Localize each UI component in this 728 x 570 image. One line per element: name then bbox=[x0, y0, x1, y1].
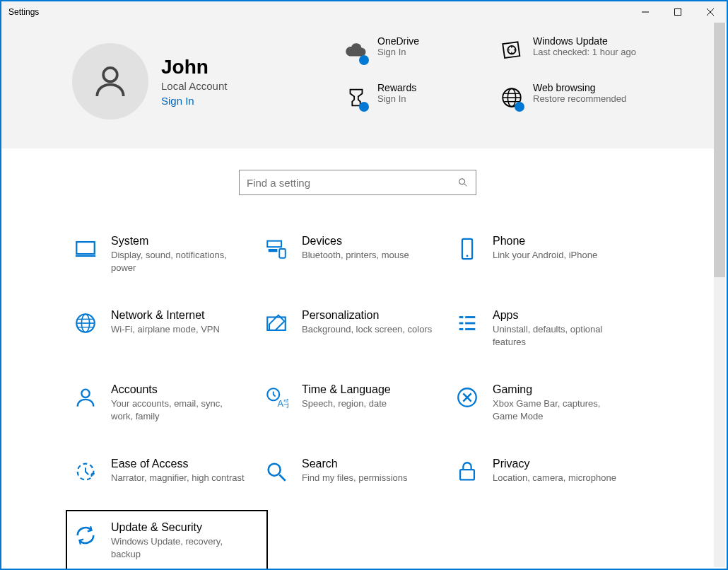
category-subtitle: Uninstall, defaults, optional features bbox=[493, 323, 627, 348]
category-title: System bbox=[111, 235, 245, 248]
accounts-icon bbox=[71, 383, 100, 412]
category-title: Update & Security bbox=[111, 521, 245, 534]
titlebar: Settings bbox=[1, 1, 727, 23]
svg-rect-14 bbox=[267, 241, 281, 248]
search-icon bbox=[457, 177, 469, 188]
svg-rect-38 bbox=[460, 470, 474, 479]
category-title: Apps bbox=[493, 309, 627, 322]
search-icon bbox=[262, 458, 290, 486]
svg-point-10 bbox=[459, 179, 465, 185]
category-title: Devices bbox=[302, 235, 409, 248]
category-privacy[interactable]: Privacy Location, camera, microphone bbox=[453, 458, 644, 486]
globe-icon bbox=[496, 82, 527, 113]
time-icon: A字 bbox=[262, 383, 290, 412]
rewards-icon bbox=[341, 82, 372, 113]
category-subtitle: Background, lock screen, colors bbox=[302, 323, 432, 336]
category-title: Privacy bbox=[493, 458, 616, 470]
category-gaming[interactable]: Gaming Xbox Game Bar, captures, Game Mod… bbox=[453, 383, 644, 422]
category-time[interactable]: A字 Time & Language Speech, region, date bbox=[262, 383, 453, 422]
category-devices[interactable]: Devices Bluetooth, printers, mouse bbox=[262, 235, 453, 274]
sign-in-link[interactable]: Sign In bbox=[161, 95, 227, 107]
status-web-browsing[interactable]: Web browsingRestore recommended bbox=[496, 82, 652, 127]
category-subtitle: Xbox Game Bar, captures, Game Mode bbox=[493, 397, 627, 422]
updatesec-icon bbox=[71, 521, 100, 549]
category-subtitle: Location, camera, microphone bbox=[493, 472, 616, 484]
category-title: Network & Internet bbox=[111, 309, 220, 322]
personalization-icon bbox=[262, 309, 290, 337]
category-subtitle: Bluetooth, printers, mouse bbox=[302, 249, 409, 262]
category-ease[interactable]: Ease of Access Narrator, magnifier, high… bbox=[71, 458, 262, 486]
user-block[interactable]: John Local Account Sign In bbox=[72, 35, 341, 127]
category-title: Phone bbox=[493, 235, 597, 248]
apps-icon bbox=[453, 309, 481, 337]
category-subtitle: Display, sound, notifications, power bbox=[111, 249, 245, 274]
svg-point-31 bbox=[81, 390, 89, 397]
svg-rect-15 bbox=[279, 249, 286, 258]
category-subtitle: Speech, region, date bbox=[302, 397, 391, 410]
person-icon bbox=[90, 62, 130, 101]
avatar bbox=[72, 43, 148, 120]
ease-icon bbox=[71, 458, 100, 486]
svg-rect-12 bbox=[76, 242, 95, 254]
status-windows-update[interactable]: Windows UpdateLast checked: 1 hour ago bbox=[496, 35, 652, 81]
account-type: Local Account bbox=[161, 80, 227, 92]
category-accounts[interactable]: Accounts Your accounts, email, sync, wor… bbox=[71, 383, 262, 422]
system-icon bbox=[71, 235, 100, 263]
category-personalization[interactable]: Personalization Background, lock screen,… bbox=[262, 309, 453, 348]
privacy-icon bbox=[453, 458, 481, 486]
gaming-icon bbox=[453, 383, 481, 412]
svg-point-18 bbox=[466, 255, 469, 257]
category-subtitle: Windows Update, recovery, backup bbox=[111, 535, 245, 560]
status-rewards[interactable]: RewardsSign In bbox=[341, 82, 496, 127]
svg-rect-1 bbox=[675, 9, 681, 16]
close-button[interactable] bbox=[694, 1, 727, 23]
svg-rect-16 bbox=[269, 249, 278, 252]
category-title: Accounts bbox=[111, 383, 245, 396]
category-updatesec[interactable]: Update & Security Windows Update, recove… bbox=[66, 510, 268, 569]
svg-point-36 bbox=[269, 464, 281, 476]
category-search[interactable]: Search Find my files, permissions bbox=[262, 458, 453, 486]
network-icon bbox=[71, 309, 100, 337]
category-title: Gaming bbox=[493, 383, 627, 396]
category-title: Ease of Access bbox=[111, 458, 245, 470]
phone-icon bbox=[453, 235, 481, 263]
category-system[interactable]: System Display, sound, notifications, po… bbox=[71, 235, 262, 274]
update-icon bbox=[496, 35, 527, 66]
category-subtitle: Wi-Fi, airplane mode, VPN bbox=[111, 323, 220, 336]
user-name: John bbox=[161, 56, 227, 78]
status-onedrive[interactable]: OneDriveSign In bbox=[341, 35, 496, 81]
category-subtitle: Your accounts, email, sync, work, family bbox=[111, 397, 245, 422]
svg-line-11 bbox=[464, 184, 466, 186]
category-network[interactable]: Network & Internet Wi-Fi, airplane mode,… bbox=[71, 309, 262, 348]
category-subtitle: Narrator, magnifier, high contrast bbox=[111, 472, 245, 484]
search-box[interactable] bbox=[239, 170, 476, 195]
devices-icon bbox=[262, 235, 290, 263]
scrollbar-thumb[interactable] bbox=[714, 23, 725, 277]
search-input[interactable] bbox=[247, 177, 457, 189]
category-apps[interactable]: Apps Uninstall, defaults, optional featu… bbox=[453, 309, 644, 348]
category-title: Time & Language bbox=[302, 383, 391, 396]
cloud-icon bbox=[341, 35, 372, 66]
svg-line-37 bbox=[279, 475, 286, 482]
svg-text:A字: A字 bbox=[277, 398, 288, 409]
scrollbar[interactable] bbox=[714, 23, 725, 567]
category-title: Personalization bbox=[302, 309, 432, 322]
minimize-button[interactable] bbox=[629, 1, 662, 23]
maximize-button[interactable] bbox=[662, 1, 694, 23]
header-panel: John Local Account Sign In OneDriveSign … bbox=[1, 23, 714, 149]
category-title: Search bbox=[302, 458, 408, 470]
status-grid: OneDriveSign In Windows UpdateLast check… bbox=[341, 35, 700, 127]
category-subtitle: Link your Android, iPhone bbox=[493, 249, 597, 262]
category-subtitle: Find my files, permissions bbox=[302, 472, 408, 484]
svg-point-4 bbox=[103, 68, 117, 82]
window-title: Settings bbox=[8, 7, 629, 17]
categories-grid: System Display, sound, notifications, po… bbox=[1, 235, 714, 560]
category-phone[interactable]: Phone Link your Android, iPhone bbox=[453, 235, 644, 274]
